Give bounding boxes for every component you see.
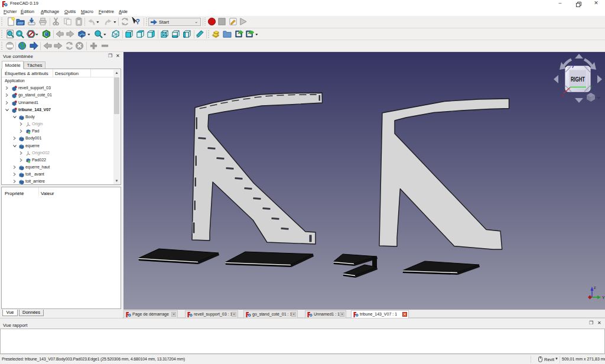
svg-text:?: ?: [136, 18, 140, 26]
svg-text:RIGHT: RIGHT: [571, 76, 585, 83]
svg-text:Y: Y: [590, 85, 593, 89]
svg-text:Y: Y: [602, 295, 605, 300]
svg-text:z: z: [594, 285, 596, 290]
svg-text:x: x: [561, 93, 564, 98]
